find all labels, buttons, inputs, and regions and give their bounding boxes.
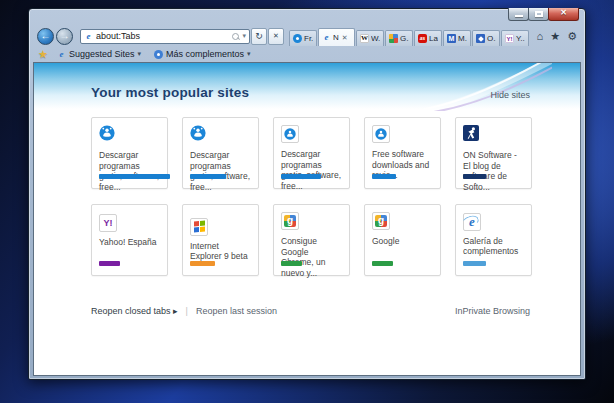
tab-label: N	[333, 33, 339, 42]
url-text: about:Tabs	[96, 31, 231, 41]
tab-google[interactable]: G...	[385, 30, 413, 46]
tile-title: Descargar programas gratis, software, fr…	[281, 149, 342, 191]
minimize-button[interactable]	[508, 8, 529, 21]
popularity-bar	[99, 261, 120, 266]
ie-icon: e	[322, 33, 331, 42]
tab-close-icon[interactable]: ✕	[342, 34, 348, 42]
tile-title: Internet Explorer 9 beta	[190, 241, 251, 262]
add-favorite-button[interactable]: ★	[38, 49, 48, 60]
site-tile-ie9-beta[interactable]: Internet Explorer 9 beta	[182, 204, 259, 276]
popularity-bar	[372, 261, 393, 266]
tile-title: Google	[372, 236, 433, 247]
arrow-right-icon: ▸	[173, 306, 178, 316]
softonic-icon	[281, 125, 299, 143]
softonic-icon	[190, 125, 206, 141]
yahoo-icon: Y!	[99, 214, 117, 232]
popularity-bar	[372, 174, 396, 179]
footer-divider: |	[186, 306, 188, 316]
back-button[interactable]: ←	[37, 28, 54, 45]
tile-title: Descargar programas gratis, software, fr…	[190, 150, 251, 192]
suggested-sites-icon: e	[57, 50, 66, 59]
tab-label: O...	[487, 34, 496, 43]
forward-button[interactable]: →	[56, 28, 73, 45]
ie-icon: e	[463, 213, 481, 231]
address-bar[interactable]: e about:Tabs ▾	[80, 29, 250, 44]
more-addons-button[interactable]: Más complementos ▾	[150, 48, 255, 60]
windows-flag-icon	[190, 218, 208, 236]
addons-icon	[154, 50, 163, 59]
close-icon: ✕	[549, 8, 578, 17]
forward-icon: →	[60, 31, 70, 41]
site-tile-softonic-2[interactable]: Descargar programas gratis, software, fr…	[182, 117, 259, 189]
tab-wikipedia[interactable]: W W...	[356, 30, 384, 46]
reopen-closed-tabs-link[interactable]: Reopen closed tabs ▸	[91, 306, 178, 316]
minimize-icon	[515, 15, 523, 17]
popularity-bar	[99, 174, 170, 179]
tab-yahoo[interactable]: Y! Y...	[501, 30, 529, 46]
site-tile-on-software[interactable]: ON Software - El blog de software de Sof…	[455, 117, 532, 189]
google-icon	[281, 212, 299, 230]
tab-strip: Fr... e N ✕ W W... G... as La...	[289, 27, 531, 46]
tile-title: Galería de complementos	[463, 236, 524, 257]
site-tile-addon-gallery[interactable]: e Galería de complementos	[455, 204, 532, 276]
maximize-button[interactable]	[528, 8, 549, 21]
google-icon	[372, 212, 390, 230]
site-tile-google-chrome[interactable]: Consigue Google Chrome, un nuevo y...	[273, 204, 350, 276]
favorites-bar: ★ e Suggested Sites ▾ Más complementos ▾	[29, 46, 585, 62]
search-icon[interactable]	[231, 32, 240, 41]
refresh-button[interactable]: ↻	[251, 28, 267, 45]
page-title: Your most popular sites	[91, 85, 249, 100]
browser-action-icons: ⌂ ★ ⚙	[531, 31, 579, 42]
tab-label: G...	[400, 34, 409, 43]
tab-lastfm[interactable]: as La...	[414, 30, 442, 46]
page-header: Your most popular sites Hide sites	[34, 63, 580, 100]
chevron-down-icon: ▾	[137, 50, 141, 58]
stop-icon: ✕	[273, 32, 279, 40]
desktop-background: ✕ ← → e about:Tabs ▾ ↻ ✕ Fr... e	[0, 0, 614, 403]
msn-icon: M	[447, 34, 456, 43]
home-icon: ⌂	[537, 30, 544, 42]
stop-button[interactable]: ✕	[268, 28, 284, 45]
navigation-bar: ← → e about:Tabs ▾ ↻ ✕ Fr... e N ✕	[29, 26, 585, 46]
softonic-icon	[372, 125, 390, 143]
tile-title: ON Software - El blog de software de Sof…	[463, 150, 524, 192]
address-dropdown-icon[interactable]: ▾	[242, 32, 246, 40]
back-icon: ←	[41, 31, 51, 41]
site-tile-softonic-3[interactable]: Descargar programas gratis, software, fr…	[273, 117, 350, 189]
tools-button[interactable]: ⚙	[567, 31, 577, 42]
maximize-icon	[535, 11, 543, 17]
tile-title: Yahoo! España	[99, 237, 160, 248]
home-button[interactable]: ⌂	[537, 31, 544, 42]
tile-title: Descargar programas gratis, software, fr…	[99, 150, 160, 192]
reopen-last-session-link[interactable]: Reopen last session	[196, 306, 277, 316]
tab-softonic[interactable]: Fr...	[289, 30, 317, 46]
chevron-down-icon: ▾	[247, 50, 251, 58]
page-favicon-ie-icon: e	[84, 32, 93, 41]
inprivate-browsing-link[interactable]: InPrivate Browsing	[455, 306, 530, 316]
lastfm-icon: as	[418, 34, 427, 43]
site-tile-google[interactable]: Google	[364, 204, 441, 276]
titlebar: ✕	[29, 9, 585, 26]
hide-sites-link[interactable]: Hide sites	[490, 90, 530, 100]
yahoo-icon: Y!	[505, 34, 514, 43]
close-button[interactable]: ✕	[548, 8, 579, 21]
site-tile-softonic-en[interactable]: Free software downloads and revie...	[364, 117, 441, 189]
tile-title: Consigue Google Chrome, un nuevo y...	[281, 236, 342, 278]
popularity-bar	[281, 261, 302, 266]
softonic-icon	[293, 34, 302, 43]
suggested-sites-button[interactable]: e Suggested Sites ▾	[53, 48, 145, 60]
tab-label: Y...	[516, 34, 525, 43]
popularity-bar	[281, 174, 321, 179]
wikipedia-icon: W	[360, 34, 369, 43]
tab-label: W...	[371, 34, 380, 43]
tab-msn[interactable]: M M...	[443, 30, 471, 46]
site-tile-softonic-1[interactable]: Descargar programas gratis, software, fr…	[91, 117, 168, 189]
favorites-button[interactable]: ★	[550, 31, 560, 42]
more-addons-label: Más complementos	[166, 49, 244, 59]
popularity-bar	[463, 174, 486, 179]
tab-windows-live[interactable]: O...	[472, 30, 500, 46]
tab-new-tab-active[interactable]: e N ✕	[318, 28, 355, 46]
gear-icon: ⚙	[567, 30, 577, 42]
site-tile-yahoo[interactable]: Y! Yahoo! España	[91, 204, 168, 276]
on-software-icon	[463, 125, 479, 141]
